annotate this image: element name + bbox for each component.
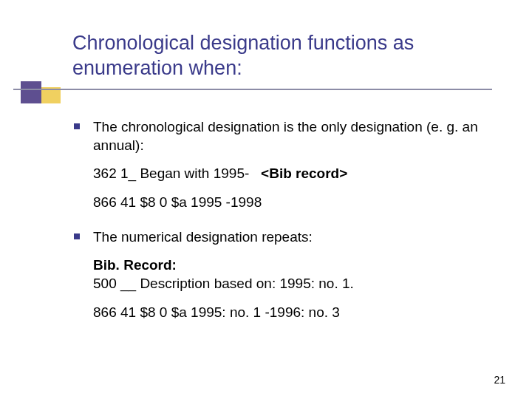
accent-box-dark: [21, 81, 41, 103]
slide-body: The chronological designation is the onl…: [74, 118, 488, 332]
code-line: 500 __ Description based on: 1995: no. 1…: [93, 275, 488, 293]
bib-record-label: <Bib record>: [261, 165, 347, 183]
square-bullet-icon: [74, 123, 80, 129]
bullet-item: The chronological designation is the onl…: [74, 118, 488, 154]
spacer: [74, 222, 488, 228]
square-bullet-icon: [74, 233, 80, 239]
code-line: 866 41 $8 0 $a 1995 -1998: [93, 194, 488, 212]
code-line: 362 1_ Began with 1995- <Bib record>: [93, 165, 488, 183]
bullet-item: The numerical designation repeats:: [74, 228, 488, 247]
slide-title: Chronological designation functions as e…: [72, 31, 486, 81]
page-number: 21: [494, 374, 505, 386]
bullet-text: The numerical designation repeats:: [93, 228, 488, 247]
bib-record-heading: Bib. Record:: [93, 257, 177, 273]
code-line: 866 41 $8 0 $a 1995: no. 1 -1996: no. 3: [93, 304, 488, 322]
code-line: Bib. Record:: [93, 256, 488, 275]
bullet-text: The chronological designation is the onl…: [93, 118, 488, 154]
title-underline: [13, 89, 492, 90]
slide-title-block: Chronological designation functions as e…: [72, 31, 486, 81]
line-prefix: 362 1_ Began with 1995-: [93, 166, 261, 181]
slide: Chronological designation functions as e…: [0, 0, 532, 399]
